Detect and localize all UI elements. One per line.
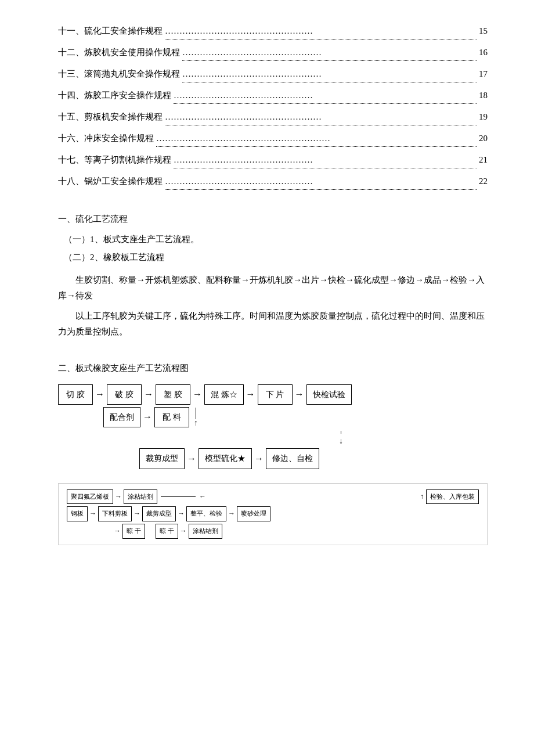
toc-section: 十一、硫化工安全操作规程 …………………………………………… 15 十二、炼胶机… [58,23,488,193]
sd-arrow-a2: ← [199,491,206,503]
arrow-4: → [246,386,255,403]
toc-page-12: 16 [479,45,488,64]
sd-arrow-a1: → [115,491,122,503]
sd-return-arrow: ↑ [420,491,424,503]
toc-dots-18: …………………………………………… [165,174,477,190]
sd-box-shear: 下料剪板 [98,506,132,521]
section-1-para2: 以上工序轧胶为关键工序，硫化为特殊工序。时间和温度为炼胶质量控制点，硫化过程中的… [58,308,488,340]
sd-box-dry2: 晾 干 [156,524,178,539]
sd-box-shot: 喷砂处理 [237,506,270,521]
toc-label-12: 十二、炼胶机安全使用操作规程 [58,45,180,64]
sd-row-b: 钢板 → 下料剪板 → 裁剪成型 → 整平、检验 → 喷砂处理 [67,506,479,521]
sd-box-ptfe: 聚四氟乙烯板 [67,489,113,505]
toc-dots-17: ………………………………………… [174,152,477,168]
flow-box-kuaijian: 快检试验 [306,384,352,405]
toc-label-18: 十八、锅炉工安全操作规程 [58,174,163,193]
arrow-5: → [295,386,304,403]
toc-page-18: 22 [479,174,488,193]
sd-arrow-c0: → [114,525,121,538]
toc-page-15: 19 [479,109,488,128]
toc-item-17: 十七、等离子切割机操作规程 ………………………………………… 21 [58,152,488,171]
sd-box-cut: 裁剪成型 [142,506,176,521]
toc-dots-12: ………………………………………… [182,45,477,61]
sd-row-a: 聚四氟乙烯板 → 涂粘结剂 ← ↑ 检验、入库包装 [67,489,479,505]
toc-dots-15: ……………………………………………… [165,109,477,125]
down-connector: ↓ [194,431,488,448]
toc-label-11: 十一、硫化工安全操作规程 [58,23,163,42]
toc-page-13: 17 [479,66,488,85]
arrow-3: → [193,386,202,403]
toc-item-15: 十五、剪板机安全操作规程 ……………………………………………… 19 [58,109,488,128]
section-1-sub2: （二）2、橡胶板工艺流程 [64,250,488,265]
toc-dots-13: ………………………………………… [182,66,477,82]
sd-arrow-c1: → [180,525,187,538]
flow-row-3: 裁剪成型 → 模型硫化★ → 修边、自检 [139,448,488,469]
toc-item-11: 十一、硫化工安全操作规程 …………………………………………… 15 [58,23,488,42]
flow-box-qiejiao: 切 胶 [58,384,93,405]
sd-arrow-b1: → [89,507,96,520]
section-1-sub1: （一）1、板式支座生产工艺流程。 [64,232,488,247]
arrow-7: → [187,451,196,467]
toc-label-16: 十六、冲床安全操作规程 [58,131,154,150]
sd-arrow-b2: → [134,507,140,520]
section-1-para1: 生胶切割、称量→开炼机塑炼胶、配料称量→开炼机轧胶→出片→快检→硫化成型→修边→… [58,272,488,304]
main-flow-diagram: 切 胶 → 破 胶 → 塑 胶 → 混 炼☆ → 下 片 → 快检试验 配合剂 … [58,384,488,469]
flow-row-1: 切 胶 → 破 胶 → 塑 胶 → 混 炼☆ → 下 片 → 快检试验 [58,384,488,405]
arrow-2: → [144,386,153,403]
sd-box-steel: 钢板 [67,506,88,521]
toc-page-16: 20 [479,131,488,150]
arrow-8: → [254,451,264,467]
toc-label-13: 十三、滚筒抛丸机安全操作规程 [58,66,180,85]
sd-box-dry1: 晾 干 [122,524,145,539]
toc-item-18: 十八、锅炉工安全操作规程 …………………………………………… 22 [58,174,488,193]
toc-page-11: 15 [479,23,488,42]
toc-label-14: 十四、炼胶工序安全操作规程 [58,88,171,107]
flow-box-xiapian: 下 片 [258,384,293,405]
sd-arrow-b3: → [178,507,185,520]
flow-box-caijian: 裁剪成型 [139,448,185,469]
section-1: 一、硫化工艺流程 （一）1、板式支座生产工艺流程。 （二）2、橡胶板工艺流程 生… [58,211,488,340]
sd-box-coat2: 涂粘结剂 [189,524,222,539]
toc-item-14: 十四、炼胶工序安全操作规程 ………………………………………… 18 [58,88,488,107]
sd-box-flat: 整平、检验 [186,506,226,521]
section-2-title: 二、板式橡胶支座生产工艺流程图 [58,361,488,376]
toc-item-16: 十六、冲床安全操作规程 …………………………………………………… 20 [58,131,488,150]
flow-box-hunlian: 混 炼☆ [204,384,244,405]
toc-dots-11: …………………………………………… [165,23,477,39]
sd-line-a [161,496,196,497]
flow-box-xiubian: 修边、自检 [266,448,319,469]
toc-dots-16: …………………………………………………… [156,131,477,147]
flow-box-pojiao: 破 胶 [107,384,142,405]
flow-box-peilian: 配 料 [154,407,189,427]
flow-box-peihej: 配合剂 [103,407,140,427]
sd-arrow-b4: → [228,507,235,520]
toc-dots-14: ………………………………………… [174,88,477,104]
arrow-6: → [143,409,152,426]
toc-item-12: 十二、炼胶机安全使用操作规程 ………………………………………… 16 [58,45,488,64]
section-1-title: 一、硫化工艺流程 [58,211,488,227]
toc-page-14: 18 [479,88,488,107]
sd-box-coat1: 涂粘结剂 [124,489,157,505]
toc-label-17: 十七、等离子切割机操作规程 [58,152,171,171]
flow-box-sujiao: 塑 胶 [156,384,190,405]
toc-label-15: 十五、剪板机安全操作规程 [58,109,163,128]
toc-page-17: 21 [479,152,488,171]
flow-row-2-container: 配合剂 → 配 料 ↑ [103,407,198,427]
arrow-1: → [95,386,104,403]
toc-item-13: 十三、滚筒抛丸机安全操作规程 ………………………………………… 17 [58,66,488,85]
section-2: 二、板式橡胶支座生产工艺流程图 切 胶 → 破 胶 → 塑 胶 → 混 炼☆ →… [58,361,488,545]
flow-box-moxing: 模型硫化★ [199,448,252,469]
sd-box-check: 检验、入库包装 [426,489,479,505]
small-flow-diagram: 聚四氟乙烯板 → 涂粘结剂 ← ↑ 检验、入库包装 钢板 → 下料剪板 → 裁剪… [58,483,488,545]
sd-row-c: → 晾 干 晾 干 → 涂粘结剂 [112,524,479,539]
